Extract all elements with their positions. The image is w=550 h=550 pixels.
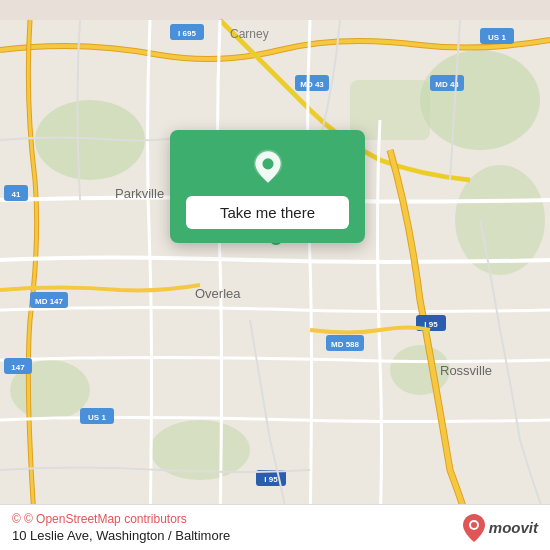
svg-text:US 1: US 1 bbox=[88, 413, 106, 422]
map-attribution: © © OpenStreetMap contributors bbox=[12, 512, 230, 526]
take-me-there-button[interactable]: Take me there bbox=[186, 196, 349, 229]
svg-text:MD 147: MD 147 bbox=[35, 297, 64, 306]
svg-text:Rossville: Rossville bbox=[440, 363, 492, 378]
svg-text:MD 43: MD 43 bbox=[300, 80, 324, 89]
svg-text:I 95: I 95 bbox=[264, 475, 278, 484]
svg-text:US 1: US 1 bbox=[488, 33, 506, 42]
map-background: I 695 US 1 MD 43 MD 43 I 95 I bbox=[0, 0, 550, 550]
map-container: I 695 US 1 MD 43 MD 43 I 95 I bbox=[0, 0, 550, 550]
svg-text:Overlea: Overlea bbox=[195, 286, 241, 301]
location-pin-icon bbox=[249, 148, 287, 186]
address-text: 10 Leslie Ave, Washington / Baltimore bbox=[12, 528, 230, 543]
moovit-pin-icon bbox=[463, 514, 485, 542]
svg-text:Carney: Carney bbox=[230, 27, 269, 41]
svg-point-2 bbox=[420, 50, 540, 150]
svg-point-39 bbox=[262, 158, 273, 169]
svg-text:41: 41 bbox=[12, 190, 21, 199]
moovit-brand-text: moovit bbox=[489, 519, 538, 536]
svg-text:MD 588: MD 588 bbox=[331, 340, 360, 349]
bottom-bar: © © OpenStreetMap contributors 10 Leslie… bbox=[0, 504, 550, 550]
moovit-logo: moovit bbox=[463, 514, 538, 542]
svg-text:Parkville: Parkville bbox=[115, 186, 164, 201]
svg-point-41 bbox=[471, 522, 477, 528]
svg-text:I 695: I 695 bbox=[178, 29, 196, 38]
svg-text:147: 147 bbox=[11, 363, 25, 372]
map-popup: Take me there bbox=[170, 130, 365, 243]
copyright-symbol: © bbox=[12, 512, 21, 526]
attribution-text: © OpenStreetMap contributors bbox=[24, 512, 187, 526]
